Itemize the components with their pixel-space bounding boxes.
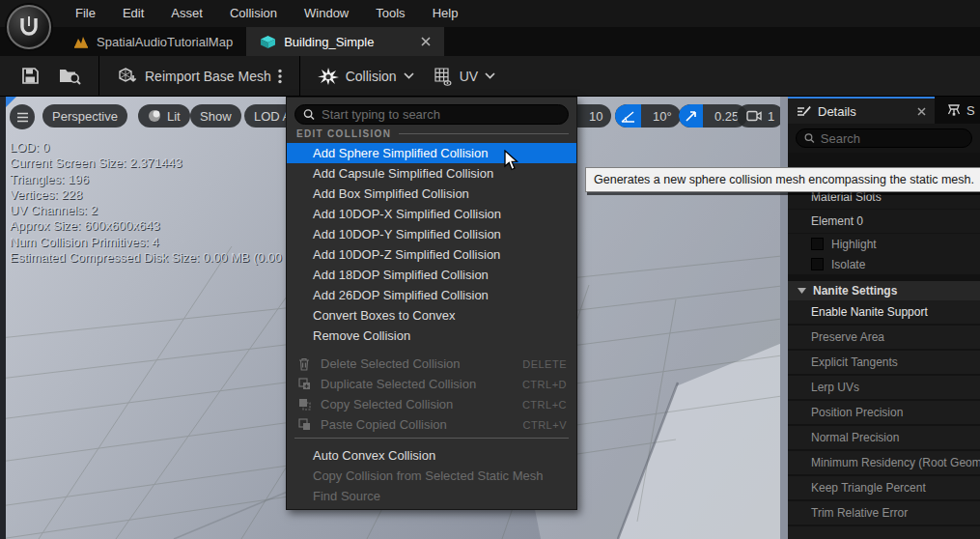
menu-item-label: Add 10DOP-Y Simplified Collision bbox=[313, 227, 501, 241]
menu-help[interactable]: Help bbox=[419, 0, 472, 27]
panel-splitter[interactable] bbox=[780, 97, 788, 539]
perspective-button[interactable]: Perspective bbox=[42, 104, 127, 128]
reimport-mesh-icon bbox=[117, 67, 138, 86]
stat-triangles: Triangles: 196 bbox=[10, 172, 290, 187]
tab-details[interactable]: Details bbox=[788, 97, 935, 124]
row-label: Element 0 bbox=[811, 214, 863, 228]
titlebar: File Edit Asset Collision Window Tools H… bbox=[0, 0, 980, 27]
row-minimum-residency[interactable]: Minimum Residency (Root Geometry) bbox=[788, 451, 980, 476]
menu-item-add-26dop[interactable]: Add 26DOP Simplified Collision bbox=[287, 285, 576, 305]
expander-arrow-icon bbox=[798, 288, 806, 294]
menu-item-add-10dop-z[interactable]: Add 10DOP-Z Simplified Collision bbox=[287, 244, 576, 265]
stat-disk-size: Estimated Compressed Disk Size: 0.00 MB … bbox=[10, 250, 290, 266]
details-tab-close-icon[interactable] bbox=[917, 104, 926, 119]
menu-item-paste-copied: Paste Copied Collision CTRL+V bbox=[287, 414, 576, 435]
show-button[interactable]: Show bbox=[190, 104, 241, 128]
reimport-base-mesh-button[interactable]: Reimport Base Mesh bbox=[107, 56, 292, 97]
menu-item-find-source: Find Source bbox=[287, 486, 576, 506]
menu-file[interactable]: File bbox=[62, 0, 109, 27]
collision-dropdown-button[interactable]: Collision bbox=[308, 56, 424, 97]
row-preserve-area[interactable]: Preserve Area bbox=[788, 326, 980, 351]
menu-item-add-10dop-x[interactable]: Add 10DOP-X Simplified Collision bbox=[287, 204, 576, 224]
chevron-down-icon bbox=[404, 72, 414, 79]
details-panel: Details S bbox=[788, 97, 980, 539]
row-label: Material Slots bbox=[811, 190, 882, 204]
menu-item-add-10dop-y[interactable]: Add 10DOP-Y Simplified Collision bbox=[287, 224, 576, 244]
menu-search-box[interactable] bbox=[294, 104, 569, 125]
menu-item-remove-collision[interactable]: Remove Collision bbox=[287, 326, 576, 346]
menu-window[interactable]: Window bbox=[291, 0, 362, 27]
row-lerp-uvs[interactable]: Lerp UVs bbox=[788, 376, 980, 401]
menu-tools[interactable]: Tools bbox=[362, 0, 418, 27]
viewport-menu-button[interactable] bbox=[10, 104, 35, 129]
tab-socket-manager[interactable]: S bbox=[935, 97, 980, 124]
tab-close-icon[interactable] bbox=[396, 37, 431, 46]
section-nanite-settings[interactable]: Nanite Settings bbox=[788, 281, 980, 300]
hamburger-icon bbox=[16, 112, 29, 123]
camera-icon bbox=[746, 110, 762, 122]
static-mesh-icon bbox=[260, 35, 276, 49]
menu-item-auto-convex[interactable]: Auto Convex Collision bbox=[287, 445, 576, 466]
menu-section-edit-collision: EDIT COLLISION bbox=[296, 127, 569, 140]
menu-item-add-18dop[interactable]: Add 18DOP Simplified Collision bbox=[287, 265, 576, 285]
details-search-box[interactable] bbox=[796, 128, 972, 148]
save-icon bbox=[21, 67, 40, 85]
menu-search-input[interactable] bbox=[322, 107, 560, 122]
menu-item-add-capsule[interactable]: Add Capsule Simplified Collision bbox=[287, 163, 576, 184]
details-search-input[interactable] bbox=[821, 131, 964, 146]
shortcut-label: CTRL+C bbox=[522, 399, 567, 411]
row-position-precision[interactable]: Position Precision bbox=[788, 401, 980, 426]
details-tab-label: Details bbox=[818, 104, 856, 119]
row-element-0[interactable]: Element 0 bbox=[788, 210, 980, 234]
menu-item-label: Remove Collision bbox=[313, 328, 410, 343]
menu-item-add-sphere[interactable]: Add Sphere Simplified Collision bbox=[287, 143, 576, 163]
fov-control[interactable]: 10° bbox=[615, 104, 681, 128]
section-label: EDIT COLLISION bbox=[296, 128, 391, 139]
editor-toolbar: Reimport Base Mesh Collision UV bbox=[0, 56, 980, 97]
collision-icon bbox=[318, 67, 339, 86]
row-label: Explicit Tangents bbox=[811, 355, 898, 369]
row-label: Highlight bbox=[831, 238, 877, 251]
browse-to-asset-button[interactable] bbox=[49, 56, 91, 97]
stat-uv-channels: UV Channels: 2 bbox=[10, 203, 290, 218]
save-button[interactable] bbox=[12, 56, 49, 97]
unreal-logo[interactable] bbox=[7, 5, 51, 49]
row-label: Lerp UVs bbox=[811, 381, 859, 394]
menu-edit[interactable]: Edit bbox=[109, 0, 157, 27]
menu-item-label: Copy Collision from Selected Static Mesh bbox=[313, 468, 543, 483]
fov-value: 10° bbox=[647, 109, 681, 124]
menu-item-label: Convert Boxes to Convex bbox=[313, 308, 455, 323]
folder-search-icon bbox=[59, 67, 81, 85]
viewport-left-edge bbox=[0, 97, 6, 539]
row-keep-triangle-percent[interactable]: Keep Triangle Percent bbox=[788, 476, 980, 501]
menu-item-add-box[interactable]: Add Box Simplified Collision bbox=[287, 184, 576, 204]
row-label: Minimum Residency (Root Geometry) bbox=[811, 456, 980, 469]
duplicate-icon bbox=[296, 378, 312, 390]
row-normal-precision[interactable]: Normal Precision bbox=[788, 426, 980, 451]
lit-mode-button[interactable]: Lit bbox=[138, 104, 190, 128]
row-label: Preserve Area bbox=[811, 330, 884, 344]
row-enable-nanite-support[interactable]: Enable Nanite Support bbox=[788, 300, 980, 326]
highlight-checkbox[interactable] bbox=[811, 238, 824, 250]
trash-icon bbox=[296, 357, 312, 371]
menu-collision[interactable]: Collision bbox=[216, 0, 291, 27]
row-label: Isolate bbox=[831, 258, 865, 271]
menu-item-duplicate-selected: Duplicate Selected Collision CTRL+D bbox=[287, 374, 576, 394]
tab-spatialaudiotutorialmap[interactable]: SpatialAudioTutorialMap bbox=[60, 27, 246, 56]
uv-dropdown-button[interactable]: UV bbox=[424, 56, 505, 97]
menu-item-label: Add 10DOP-X Simplified Collision bbox=[313, 207, 501, 221]
menu-asset[interactable]: Asset bbox=[157, 0, 216, 27]
tab-building-simple[interactable]: Building_Simple bbox=[246, 27, 444, 56]
row-trim-relative-error[interactable]: Trim Relative Error bbox=[788, 501, 980, 526]
stat-screen-size: Current Screen Size: 2.371443 bbox=[10, 156, 290, 171]
kebab-menu-icon[interactable] bbox=[278, 69, 282, 84]
menu-item-copy-collision-from: Copy Collision from Selected Static Mesh bbox=[287, 466, 576, 486]
isolate-checkbox[interactable] bbox=[811, 258, 824, 270]
perspective-label: Perspective bbox=[52, 109, 118, 124]
row-explicit-tangents[interactable]: Explicit Tangents bbox=[788, 351, 980, 376]
row-label: Position Precision bbox=[811, 406, 903, 419]
camera-count-button[interactable]: 1 bbox=[737, 104, 782, 128]
menu-item-convert-boxes[interactable]: Convert Boxes to Convex bbox=[287, 305, 576, 326]
reimport-label: Reimport Base Mesh bbox=[145, 69, 271, 84]
menu-item-label: Add Sphere Simplified Collision bbox=[313, 146, 488, 160]
